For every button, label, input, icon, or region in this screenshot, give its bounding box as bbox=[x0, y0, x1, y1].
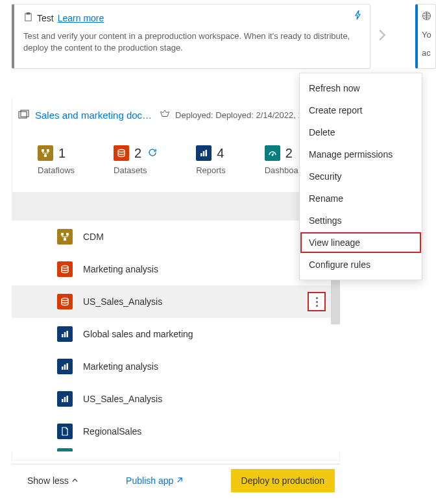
context-menu-item[interactable]: Rename bbox=[300, 187, 422, 210]
clipboard-icon bbox=[23, 12, 33, 24]
list-item-label: Marketing analysis bbox=[83, 264, 158, 274]
svg-rect-6 bbox=[47, 149, 49, 152]
list-item-label: US_Sales_Analysis bbox=[83, 394, 162, 404]
list-item[interactable]: CDM bbox=[12, 221, 340, 253]
content-list: CDMMarketing analysisUS_Sales_AnalysisGl… bbox=[12, 221, 340, 451]
svg-rect-5 bbox=[42, 149, 44, 152]
context-menu-item[interactable]: Refresh now bbox=[300, 77, 422, 99]
refresh-icon[interactable] bbox=[148, 148, 157, 159]
svg-rect-15 bbox=[64, 238, 66, 241]
context-menu-item[interactable]: View lineage bbox=[300, 232, 422, 254]
svg-rect-21 bbox=[62, 366, 64, 370]
reports-number: 4 bbox=[217, 146, 224, 161]
dataflows-number: 1 bbox=[58, 146, 66, 161]
dataflow-icon bbox=[57, 229, 73, 245]
chevron-up-icon bbox=[71, 477, 79, 484]
test-stage-card: Test Learn more Test and verify your con… bbox=[12, 4, 370, 69]
context-menu: Refresh nowCreate reportDeleteManage per… bbox=[299, 73, 422, 280]
list-item[interactable]: RegionalSales bbox=[12, 415, 340, 448]
deploy-to-production-button[interactable]: Deploy to production bbox=[231, 469, 335, 492]
more-options-button[interactable] bbox=[308, 292, 326, 311]
svg-point-12 bbox=[272, 154, 273, 156]
dashboards-number: 2 bbox=[285, 146, 293, 161]
globe-icon bbox=[422, 12, 431, 23]
lightning-icon[interactable] bbox=[353, 10, 363, 22]
list-item[interactable] bbox=[12, 448, 340, 451]
paginated-report-icon bbox=[57, 424, 73, 439]
list-item-label: Marketing analysis bbox=[83, 361, 158, 372]
footer-bar: Show less Publish app Deploy to producti… bbox=[12, 464, 340, 496]
premium-icon bbox=[160, 109, 170, 121]
svg-rect-0 bbox=[25, 14, 31, 21]
context-menu-item[interactable]: Create report bbox=[300, 99, 422, 121]
datasets-count: 2 Datasets bbox=[114, 145, 157, 175]
datasets-number: 2 bbox=[134, 146, 141, 161]
list-header-band bbox=[12, 192, 330, 221]
list-item[interactable]: Marketing analysis bbox=[12, 253, 340, 285]
report-icon bbox=[57, 359, 73, 374]
context-menu-item[interactable]: Delete bbox=[300, 121, 422, 143]
svg-rect-25 bbox=[64, 397, 66, 402]
test-title: Test bbox=[37, 13, 54, 23]
prod-text-2: ac bbox=[422, 47, 431, 59]
reports-label: Reports bbox=[196, 165, 226, 175]
svg-rect-13 bbox=[61, 233, 64, 235]
production-stage-card: Yo ac bbox=[415, 4, 436, 69]
context-menu-item[interactable]: Settings bbox=[300, 210, 422, 232]
workspace-icon bbox=[18, 110, 30, 121]
svg-rect-10 bbox=[203, 151, 205, 156]
context-menu-item[interactable]: Configure rules bbox=[300, 254, 422, 276]
workspace-name-link[interactable]: Sales and marketing doc… bbox=[35, 110, 152, 121]
learn-more-link[interactable]: Learn more bbox=[58, 13, 104, 23]
dataflows-label: Dataflows bbox=[38, 165, 75, 175]
reports-count: 4 Reports bbox=[196, 145, 226, 175]
report-icon bbox=[57, 326, 73, 342]
publish-app-link[interactable]: Publish app bbox=[126, 475, 183, 486]
list-item-label: Global sales and marketing bbox=[83, 329, 193, 339]
svg-rect-7 bbox=[44, 154, 47, 157]
stage-next-arrow[interactable] bbox=[378, 29, 387, 45]
svg-point-16 bbox=[62, 266, 68, 269]
datasets-label: Datasets bbox=[114, 165, 157, 175]
svg-rect-24 bbox=[62, 399, 64, 402]
external-link-icon bbox=[176, 477, 183, 484]
dataflow-icon bbox=[38, 145, 53, 161]
svg-point-8 bbox=[118, 150, 125, 152]
dashboard-icon bbox=[265, 145, 280, 161]
svg-rect-14 bbox=[66, 233, 69, 235]
show-less-toggle[interactable]: Show less bbox=[27, 475, 79, 486]
list-item[interactable]: US_Sales_Analysis bbox=[12, 285, 340, 318]
svg-rect-1 bbox=[27, 13, 30, 14]
list-item-label: US_Sales_Analysis bbox=[83, 296, 162, 307]
list-item[interactable]: Global sales and marketing bbox=[12, 318, 340, 350]
list-item[interactable]: Marketing analysis bbox=[12, 350, 340, 383]
svg-rect-26 bbox=[67, 396, 69, 402]
svg-rect-18 bbox=[62, 334, 64, 337]
context-menu-item[interactable]: Security bbox=[300, 165, 422, 187]
report-icon bbox=[57, 391, 73, 407]
dashboard-icon bbox=[57, 448, 73, 451]
prod-text-1: Yo bbox=[422, 29, 431, 41]
svg-rect-23 bbox=[67, 363, 69, 370]
list-item[interactable]: US_Sales_Analysis bbox=[12, 383, 340, 415]
svg-point-17 bbox=[62, 298, 68, 301]
list-item-label: RegionalSales bbox=[83, 426, 141, 437]
report-icon bbox=[196, 145, 212, 161]
dataset-icon bbox=[57, 261, 73, 277]
list-item-label: CDM bbox=[83, 232, 104, 242]
dashboards-count: 2 Dashboa bbox=[265, 145, 298, 175]
svg-rect-19 bbox=[64, 332, 66, 337]
svg-rect-9 bbox=[200, 153, 202, 156]
svg-rect-22 bbox=[64, 365, 66, 370]
svg-rect-20 bbox=[67, 331, 69, 337]
dataset-icon bbox=[57, 294, 73, 309]
context-menu-item[interactable]: Manage permissions bbox=[300, 143, 422, 165]
dataset-icon bbox=[114, 145, 129, 161]
test-description: Test and verify your content in a prepro… bbox=[23, 30, 361, 54]
dataflows-count: 1 Dataflows bbox=[38, 145, 75, 175]
dashboards-label: Dashboa bbox=[265, 165, 298, 175]
svg-rect-11 bbox=[206, 150, 208, 156]
